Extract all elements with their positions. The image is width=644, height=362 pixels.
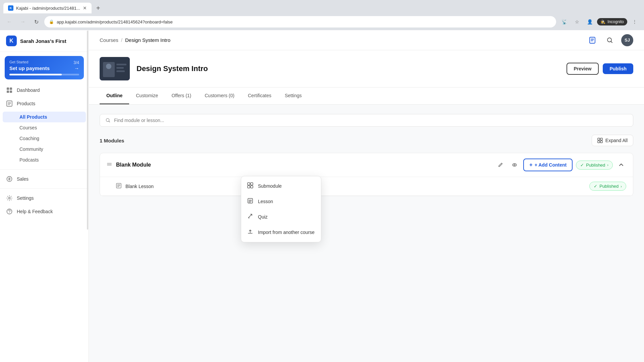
- lesson-dropdown-icon: [247, 198, 254, 205]
- address-bar[interactable]: 🔒 app.kajabi.com/admin/products/21481456…: [44, 16, 556, 27]
- incognito-label: Incognito: [607, 19, 624, 24]
- svg-rect-0: [7, 87, 9, 90]
- app-brand-name: Sarah Jonas's First: [20, 38, 66, 44]
- settings-icon: [6, 195, 13, 201]
- sales-label: Sales: [17, 176, 29, 182]
- settings-label: Settings: [17, 195, 34, 201]
- module-published-badge[interactable]: ✓ Published ›: [576, 161, 613, 170]
- module-card: Blank Module: [100, 153, 633, 196]
- module-collapse-button[interactable]: [616, 160, 626, 170]
- svg-rect-18: [600, 138, 602, 140]
- sidebar-scrollbar[interactable]: [87, 30, 89, 362]
- header-actions: SJ: [586, 34, 633, 46]
- sidebar-item-sales[interactable]: Sales: [0, 172, 89, 186]
- incognito-icon: 🕵: [600, 19, 605, 24]
- tab-certificates[interactable]: Certificates: [241, 87, 278, 104]
- new-tab-button[interactable]: +: [92, 3, 105, 13]
- sidebar-item-podcasts[interactable]: Podcasts: [3, 155, 86, 165]
- module-search-input[interactable]: [114, 118, 628, 123]
- thumbnail-image: [100, 57, 130, 80]
- lesson-published-badge[interactable]: ✓ Published ›: [589, 182, 626, 191]
- bookmark-icon[interactable]: ☆: [572, 16, 582, 27]
- svg-point-12: [106, 64, 111, 69]
- forward-button[interactable]: →: [17, 16, 28, 27]
- svg-rect-2: [7, 90, 9, 93]
- top-header: Courses / Design System Intro: [89, 30, 644, 50]
- lesson-published-label: Published: [599, 184, 619, 189]
- browser-chrome: K Kajabi - /admin/products/21481... ✕ + …: [0, 0, 644, 30]
- book-icon-button[interactable]: [586, 34, 598, 46]
- dropdown-item-lesson[interactable]: Lesson: [241, 194, 321, 209]
- svg-rect-17: [598, 138, 600, 140]
- import-label: Import from another course: [258, 230, 315, 235]
- reload-button[interactable]: ↻: [31, 16, 42, 27]
- modules-header: 1 Modules Expand All: [100, 135, 633, 146]
- module-preview-button[interactable]: [509, 160, 520, 170]
- sidebar-item-help[interactable]: Help & Feedback: [0, 205, 89, 218]
- publish-course-button[interactable]: Publish: [603, 63, 633, 74]
- preview-course-button[interactable]: Preview: [567, 63, 599, 75]
- lesson-dropdown-label: Lesson: [258, 199, 273, 204]
- dropdown-item-quiz[interactable]: Quiz: [241, 209, 321, 225]
- products-icon: [6, 100, 13, 107]
- course-header-actions: Preview Publish: [567, 63, 634, 75]
- svg-point-8: [9, 213, 10, 213]
- sidebar-divider-1: [0, 169, 89, 170]
- tab-close-button[interactable]: ✕: [83, 5, 87, 11]
- get-started-banner[interactable]: Get Started 3/4 Set up payments →: [5, 56, 84, 79]
- back-button[interactable]: ←: [4, 16, 15, 27]
- dashboard-icon: [6, 87, 13, 94]
- lesson-published-chevron-icon: ›: [621, 184, 622, 188]
- progress-bar: [9, 74, 79, 75]
- app-logo: K: [6, 36, 17, 46]
- submodule-label: Submodule: [258, 183, 282, 189]
- dropdown-item-submodule[interactable]: Submodule: [241, 178, 321, 194]
- add-content-button[interactable]: + + Add Content: [523, 159, 573, 171]
- course-title: Design System Intro: [137, 64, 208, 73]
- cast-icon[interactable]: 📡: [559, 16, 570, 27]
- expand-all-icon: [597, 138, 603, 143]
- sidebar-divider-2: [0, 188, 89, 189]
- svg-rect-27: [251, 186, 253, 188]
- tab-customize[interactable]: Customize: [129, 87, 165, 104]
- search-bar-icon: [105, 118, 111, 123]
- tab-outline[interactable]: Outline: [100, 87, 129, 104]
- outline-content: 1 Modules Expand All: [89, 105, 644, 209]
- module-drag-handle[interactable]: [107, 162, 112, 168]
- profile-icon[interactable]: 👤: [584, 16, 595, 27]
- active-browser-tab[interactable]: K Kajabi - /admin/products/21481... ✕: [3, 3, 92, 13]
- import-icon: [247, 229, 254, 236]
- add-icon: +: [529, 162, 532, 168]
- user-avatar[interactable]: SJ: [621, 34, 633, 46]
- svg-rect-3: [10, 90, 12, 93]
- sidebar-item-coaching[interactable]: Coaching: [3, 133, 86, 144]
- svg-rect-15: [116, 70, 125, 72]
- add-content-dropdown: Submodule Lesson: [241, 176, 321, 242]
- svg-rect-19: [598, 141, 600, 143]
- sidebar-item-courses[interactable]: Courses: [3, 122, 86, 133]
- address-text: app.kajabi.com/admin/products/2148145624…: [57, 19, 173, 24]
- dropdown-item-import[interactable]: Import from another course: [241, 225, 321, 240]
- sidebar-item-community[interactable]: Community: [3, 144, 86, 155]
- breadcrumb: Courses / Design System Intro: [100, 37, 170, 43]
- lesson-published-check-icon: ✓: [594, 184, 597, 189]
- sidebar-item-all-products[interactable]: All Products: [3, 112, 86, 122]
- svg-rect-13: [116, 64, 126, 65]
- tab-offers[interactable]: Offers (1): [165, 87, 198, 104]
- module-title: Blank Module: [116, 162, 491, 168]
- svg-point-21: [513, 164, 517, 166]
- breadcrumb-courses-link[interactable]: Courses: [100, 37, 118, 43]
- get-started-arrow: →: [74, 65, 79, 71]
- tab-customers[interactable]: Customers (0): [198, 87, 241, 104]
- sidebar-item-dashboard[interactable]: Dashboard: [0, 83, 89, 97]
- expand-all-button[interactable]: Expand All: [592, 135, 633, 146]
- module-edit-button[interactable]: [495, 160, 506, 170]
- search-icon-button[interactable]: [604, 34, 616, 46]
- published-chevron-icon: ›: [607, 163, 608, 167]
- course-title-area: Design System Intro: [137, 64, 208, 73]
- tab-settings[interactable]: Settings: [278, 87, 309, 104]
- menu-button[interactable]: ⋮: [629, 16, 640, 27]
- sidebar-item-settings[interactable]: Settings: [0, 191, 89, 205]
- incognito-button[interactable]: 🕵 Incognito: [597, 18, 627, 25]
- sidebar-item-products[interactable]: Products: [0, 97, 89, 110]
